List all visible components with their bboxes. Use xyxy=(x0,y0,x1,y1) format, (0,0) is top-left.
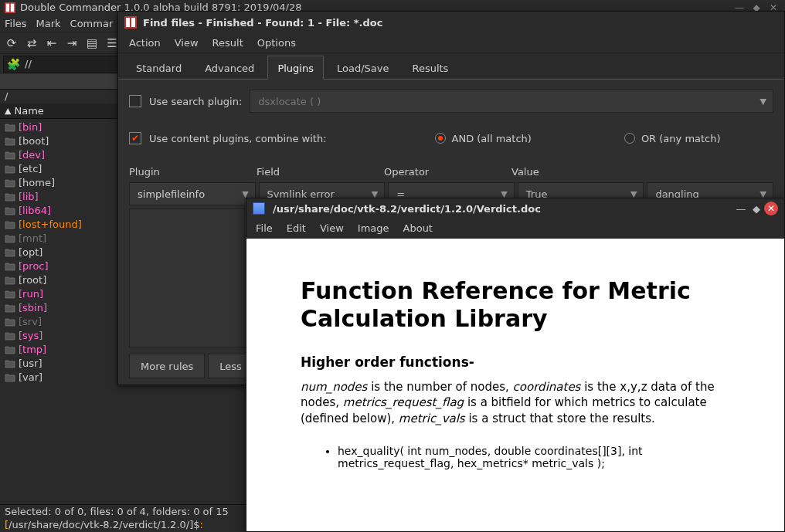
ff-title: Find files - Finished - Found: 1 - File:… xyxy=(143,17,382,29)
folder-icon xyxy=(5,289,15,300)
folder-icon xyxy=(5,344,15,355)
file-name: [opt] xyxy=(19,246,42,259)
file-name: [dev] xyxy=(19,148,45,162)
document-icon xyxy=(253,202,265,215)
status-bar: Selected: 0 of 0, files: 0 of 4, folders… xyxy=(0,504,247,518)
file-name: [lib] xyxy=(19,190,39,204)
header-value: Value xyxy=(511,166,639,178)
close-icon[interactable]: ✕ xyxy=(764,202,778,215)
folder-icon xyxy=(5,178,15,188)
ff-menu-view[interactable]: View xyxy=(175,37,199,49)
file-name: [tmp] xyxy=(19,343,46,357)
maximize-icon[interactable]: ◆ xyxy=(749,203,764,215)
combine-and-radio[interactable] xyxy=(435,133,446,144)
file-name: [etc] xyxy=(19,162,42,176)
doc-list: hex_quality( int num_nodes, double coord… xyxy=(338,445,730,469)
folder-icon xyxy=(5,303,15,313)
folder-icon xyxy=(5,150,15,161)
swap-icon[interactable]: ⇄ xyxy=(23,35,40,52)
doc-paragraph: num_nodes is the number of nodes, coordi… xyxy=(301,379,730,426)
file-name: [root] xyxy=(19,273,46,287)
column-name: Name xyxy=(14,103,43,119)
header-operator: Operator xyxy=(384,166,511,178)
file-name: [bin] xyxy=(19,120,42,134)
dv-titlebar[interactable]: /usr/share/doc/vtk-8.2/verdict/1.2.0/Ver… xyxy=(246,198,784,219)
chevron-down-icon: ▼ xyxy=(760,97,766,107)
tab-advanced[interactable]: Advanced xyxy=(195,56,264,79)
folder-icon xyxy=(5,317,15,327)
dv-menu-edit[interactable]: Edit xyxy=(287,222,306,234)
target-right-icon[interactable]: ⇥ xyxy=(63,35,80,52)
header-plugin: Plugin xyxy=(129,166,257,178)
file-name: [var] xyxy=(19,371,42,385)
dv-menubar: File Edit View Image About xyxy=(246,219,784,239)
menu-mark[interactable]: Mark xyxy=(36,15,61,32)
ff-menu-action[interactable]: Action xyxy=(129,37,161,49)
ff-tabs: Standard Advanced Plugins Load/Save Resu… xyxy=(118,53,784,80)
rule-plugin-combo[interactable]: simplefileinfo▼ xyxy=(129,182,256,205)
file-name: [home] xyxy=(19,176,55,190)
doc-subheading: Higher order functions- xyxy=(301,354,730,370)
header-field: Field xyxy=(257,166,384,178)
document-page[interactable]: Function Reference for Metric Calculatio… xyxy=(246,239,784,531)
menu-files[interactable]: Files xyxy=(5,15,27,32)
dc-app-icon xyxy=(5,2,15,13)
file-name: [boot] xyxy=(19,134,49,148)
svg-rect-5 xyxy=(131,18,135,27)
file-name: [lib64] xyxy=(19,204,51,218)
command-line[interactable]: [/usr/share/doc/vtk-8.2/verdict/1.2.0/]$… xyxy=(0,518,247,532)
folder-icon xyxy=(5,164,15,175)
svg-rect-4 xyxy=(126,18,130,27)
folder-icon xyxy=(5,219,15,230)
tab-results[interactable]: Results xyxy=(402,56,458,79)
folder-icon xyxy=(5,372,15,383)
search-plugin-combo[interactable]: dsxlocate ( ) ▼ xyxy=(250,90,773,113)
combine-or-label: OR (any match) xyxy=(641,133,721,144)
file-name: [sys] xyxy=(19,329,42,343)
header-extra xyxy=(639,166,766,178)
file-name: [mnt] xyxy=(19,232,46,246)
folder-icon xyxy=(5,358,15,369)
doc-list-item: hex_quality( int num_nodes, double coord… xyxy=(338,445,730,469)
svg-rect-2 xyxy=(11,4,14,12)
folder-icon xyxy=(5,205,15,216)
folder-icon xyxy=(5,191,15,202)
more-rules-button[interactable]: More rules xyxy=(129,354,205,378)
path-text: // xyxy=(25,56,32,73)
use-search-plugin-checkbox[interactable] xyxy=(129,95,141,107)
dv-menu-image[interactable]: Image xyxy=(358,222,389,234)
cmd-prompt: /usr/share/doc/vtk-8.2/verdict/1.2.0/]$ xyxy=(8,519,199,530)
target-left-icon[interactable]: ⇤ xyxy=(43,35,60,52)
folder-icon xyxy=(5,122,15,133)
ff-menu-result[interactable]: Result xyxy=(212,37,243,49)
dv-menu-file[interactable]: File xyxy=(256,222,273,234)
reload-icon[interactable]: ⟳ xyxy=(3,35,20,52)
puzzle-icon: 🧩 xyxy=(7,56,20,73)
tab-standard[interactable]: Standard xyxy=(126,56,192,79)
ff-titlebar[interactable]: Find files - Finished - Found: 1 - File:… xyxy=(118,12,784,33)
svg-rect-1 xyxy=(6,4,9,12)
dv-menu-view[interactable]: View xyxy=(320,222,344,234)
folder-icon xyxy=(5,330,15,341)
use-content-plugins-checkbox[interactable] xyxy=(129,132,141,144)
ff-app-icon xyxy=(124,16,137,29)
folder-icon xyxy=(5,136,15,147)
dv-menu-about[interactable]: About xyxy=(403,222,433,234)
folder-icon xyxy=(5,233,15,244)
combine-or-radio[interactable] xyxy=(624,133,635,144)
menu-commands[interactable]: Commar xyxy=(70,15,114,32)
dv-title: /usr/share/doc/vtk-8.2/verdict/1.2.0/Ver… xyxy=(273,203,541,215)
rule-headers: Plugin Field Operator Value xyxy=(129,166,773,178)
equal-panels-icon[interactable]: ▤ xyxy=(83,35,100,52)
folder-icon xyxy=(5,247,15,258)
folder-icon xyxy=(5,275,15,286)
file-name: [srv] xyxy=(19,315,42,329)
use-content-plugins-label: Use content plugins, combine with: xyxy=(149,133,327,144)
tab-plugins[interactable]: Plugins xyxy=(267,56,324,80)
ff-menu-options[interactable]: Options xyxy=(257,37,296,49)
file-name: [run] xyxy=(19,287,43,301)
tab-loadsave[interactable]: Load/Save xyxy=(327,56,399,79)
cmd-cursor: : xyxy=(200,519,203,530)
combine-and-label: AND (all match) xyxy=(452,133,532,144)
minimize-icon[interactable]: — xyxy=(733,203,749,215)
